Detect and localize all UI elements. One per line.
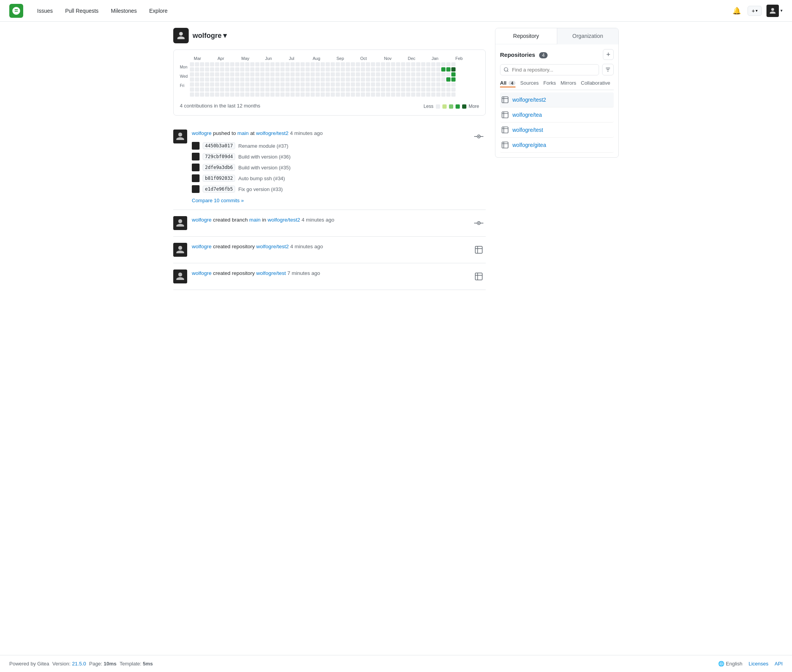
contrib-col bbox=[406, 62, 410, 97]
contrib-cell bbox=[371, 77, 375, 82]
commit-hash-2[interactable]: 2dfe9a3db6 bbox=[203, 164, 235, 171]
repo-list-item-2[interactable]: wolfogre/test bbox=[500, 123, 614, 138]
contrib-month-label: Jun bbox=[265, 56, 289, 61]
contrib-cell bbox=[346, 87, 350, 92]
repo2-link[interactable]: wolfogre/test bbox=[256, 270, 286, 276]
commit-hash-1[interactable]: 729cbf09d4 bbox=[203, 153, 235, 160]
contrib-cell bbox=[220, 87, 224, 92]
contrib-grid-wrap: Mon Wed Fri bbox=[180, 62, 479, 97]
filter-tab-forks[interactable]: Forks bbox=[543, 79, 556, 87]
contrib-cell bbox=[235, 67, 239, 72]
contrib-cell bbox=[275, 92, 280, 97]
contrib-col bbox=[441, 62, 446, 97]
repo-filter-button[interactable] bbox=[602, 64, 614, 75]
repo-list-item-0[interactable]: wolfogre/test2 bbox=[500, 92, 614, 107]
contrib-cell bbox=[260, 62, 265, 67]
nav-milestones[interactable]: Milestones bbox=[106, 5, 142, 16]
nav-issues[interactable]: Issues bbox=[32, 5, 57, 16]
repo-name-3: wolfogre/gitea bbox=[512, 142, 612, 148]
contrib-cell bbox=[416, 92, 420, 97]
contrib-month-label: May bbox=[241, 56, 265, 61]
push-branch-link[interactable]: main bbox=[237, 130, 249, 136]
contrib-cell bbox=[290, 87, 295, 92]
repo-search-input[interactable] bbox=[500, 64, 599, 75]
repo1-link[interactable]: wolfogre/test2 bbox=[256, 244, 289, 249]
notifications-button[interactable]: 🔔 bbox=[731, 5, 743, 17]
filter-tab-mirrors[interactable]: Mirrors bbox=[561, 79, 576, 87]
compare-link[interactable]: Compare 10 commits » bbox=[192, 198, 467, 203]
filter-tab-all[interactable]: All 4 bbox=[500, 79, 515, 87]
contrib-cell bbox=[250, 62, 254, 67]
user-name-dropdown[interactable]: wolfogre ▾ bbox=[193, 31, 227, 40]
user-menu-button[interactable]: ▾ bbox=[766, 5, 783, 17]
legend-cell-2 bbox=[449, 104, 453, 109]
repo2-user-link[interactable]: wolfogre bbox=[192, 270, 212, 276]
contrib-cell bbox=[331, 77, 335, 82]
repo-list-item-1[interactable]: wolfogre/tea bbox=[500, 107, 614, 123]
contrib-cell bbox=[326, 82, 330, 87]
commit-item-0: 4450b3a017 Rename module (#37) bbox=[192, 140, 467, 151]
site-logo[interactable] bbox=[9, 4, 23, 18]
contrib-cell bbox=[316, 72, 320, 77]
right-panel: Repository Organization Repositories 4 + bbox=[495, 28, 619, 649]
contrib-cell bbox=[210, 62, 214, 67]
push-repo-link[interactable]: wolfogre/test2 bbox=[256, 130, 288, 136]
contrib-cell bbox=[265, 72, 270, 77]
tab-organization[interactable]: Organization bbox=[557, 28, 619, 44]
contrib-cell bbox=[426, 87, 430, 92]
branch-name-link[interactable]: main bbox=[249, 217, 261, 223]
filter-tab-collaborative[interactable]: Collaborative bbox=[581, 79, 610, 87]
filter-tab-sources[interactable]: Sources bbox=[520, 79, 539, 87]
contrib-month-label: Oct bbox=[360, 56, 384, 61]
licenses-link[interactable]: Licenses bbox=[749, 661, 768, 667]
tab-repository[interactable]: Repository bbox=[495, 28, 557, 44]
contrib-col bbox=[200, 62, 204, 97]
contrib-col bbox=[230, 62, 234, 97]
contrib-cell bbox=[285, 82, 290, 87]
all-tab-count: 4 bbox=[509, 81, 515, 85]
contrib-cell bbox=[361, 77, 365, 82]
contrib-cell bbox=[195, 67, 199, 72]
push-user-link[interactable]: wolfogre bbox=[192, 130, 212, 136]
commit-hash-0[interactable]: 4450b3a017 bbox=[203, 142, 235, 149]
header-actions: 🔔 + ▾ ▾ bbox=[731, 5, 783, 17]
contrib-cell bbox=[321, 92, 325, 97]
nav-explore[interactable]: Explore bbox=[145, 5, 172, 16]
repo-list-item-3[interactable]: wolfogre/gitea bbox=[500, 138, 614, 153]
contrib-col bbox=[336, 62, 340, 97]
header: Issues Pull Requests Milestones Explore … bbox=[0, 0, 792, 22]
contrib-cell bbox=[215, 77, 219, 82]
contrib-cell bbox=[255, 82, 259, 87]
contrib-cell bbox=[401, 87, 405, 92]
contrib-col bbox=[270, 62, 275, 97]
svg-rect-7 bbox=[192, 185, 200, 193]
contrib-cell bbox=[336, 72, 340, 77]
panel-top-tabs: Repository Organization bbox=[495, 28, 618, 44]
commit-hash-4[interactable]: e1d7e96fb5 bbox=[203, 186, 235, 193]
contrib-cell bbox=[326, 77, 330, 82]
version-link[interactable]: 21.5.0 bbox=[72, 661, 86, 667]
commit-msg-4: Fix go version (#33) bbox=[238, 186, 283, 192]
contrib-cell bbox=[341, 77, 345, 82]
repo1-user-link[interactable]: wolfogre bbox=[192, 244, 212, 249]
contrib-cell bbox=[386, 87, 390, 92]
contrib-cell bbox=[255, 92, 259, 97]
branch-user-link[interactable]: wolfogre bbox=[192, 217, 212, 223]
contrib-cell bbox=[371, 67, 375, 72]
branch-repo-link[interactable]: wolfogre/test2 bbox=[268, 217, 300, 223]
language-selector[interactable]: 🌐 English bbox=[718, 661, 742, 667]
contrib-cell bbox=[431, 87, 435, 92]
add-repo-button[interactable]: + bbox=[603, 49, 614, 60]
contrib-cell bbox=[436, 87, 440, 92]
contrib-cell bbox=[426, 82, 430, 87]
contrib-cell bbox=[295, 92, 300, 97]
contrib-cell bbox=[436, 82, 440, 87]
commit-hash-3[interactable]: b81f092032 bbox=[203, 175, 235, 182]
nav-pull-requests[interactable]: Pull Requests bbox=[60, 5, 103, 16]
api-link[interactable]: API bbox=[775, 661, 783, 667]
contrib-cell bbox=[421, 67, 425, 72]
create-button[interactable]: + ▾ bbox=[748, 6, 762, 16]
contrib-cell bbox=[205, 87, 209, 92]
contrib-cell bbox=[285, 92, 290, 97]
contribution-graph: MarAprMayJunJulAugSepOctNovDecJanFeb Mon… bbox=[173, 49, 486, 116]
